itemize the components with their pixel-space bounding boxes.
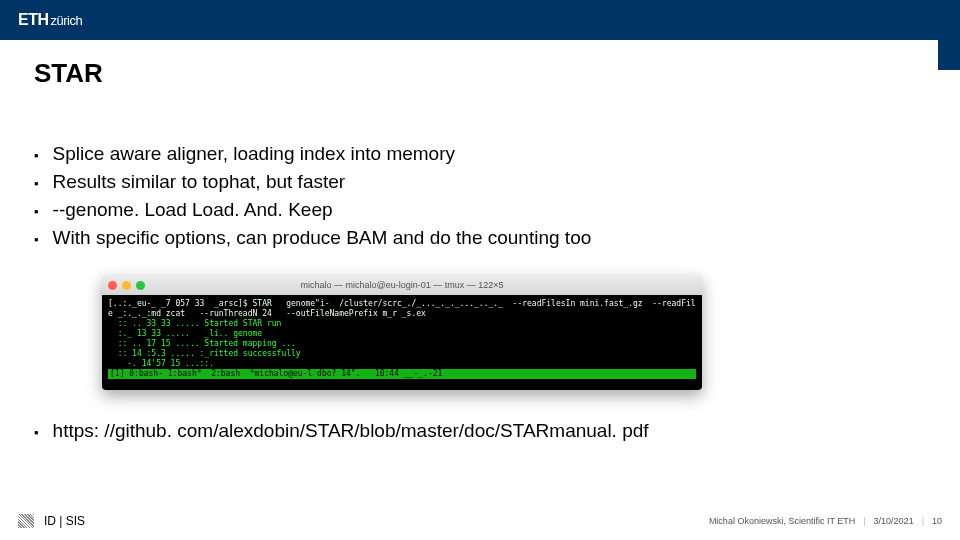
crest-icon [18,514,34,528]
footer-dept: ID | SIS [44,514,85,528]
list-item: ▪Results similar to tophat, but faster [34,171,926,193]
terminal-line: e _:._._:md zcat --runThreadN 24 --outFi… [108,309,426,318]
terminal-body: [..:._eu-_ _7 057 33 _arsc]$ STAR genome… [102,295,702,390]
bullet-icon: ▪ [34,176,39,191]
terminal-line: -. 14'57 15 ...::. [108,359,214,368]
footer-author: Michal Okoniewski, Scientific IT ETH [709,516,855,526]
bullet-text: --genome. Load Load. And. Keep [53,199,333,221]
terminal-line: :: 14 :5.3 ..... :_ritted successfully [108,349,301,358]
terminal-line: :._ 13 33 ..... _li.. genome [108,329,262,338]
eth-logo: ETHzürich [18,11,82,29]
bullet-icon: ▪ [34,204,39,219]
list-item: ▪With specific options, can produce BAM … [34,227,926,249]
terminal-title: michalo — michalo@eu-login-01 — tmux — 1… [102,280,702,290]
link-list: ▪https: //github. com/alexdobin/STAR/blo… [34,420,960,442]
footer: ID | SIS Michal Okoniewski, Scientific I… [0,512,960,530]
bullet-list: ▪Splice aware aligner, loading index int… [34,143,926,249]
header-bar: ETHzürich [0,0,960,40]
terminal-titlebar: michalo — michalo@eu-login-01 — tmux — 1… [102,275,702,295]
bullet-icon: ▪ [34,425,39,442]
terminal-line: :: .. 17 15 ..... Started mapping ... [108,339,296,348]
link-text: https: //github. com/alexdobin/STAR/blob… [53,420,649,442]
bullet-icon: ▪ [34,148,39,163]
page-title: STAR [34,58,960,89]
content: ▪Splice aware aligner, loading index int… [0,89,960,390]
list-item: ▪https: //github. com/alexdobin/STAR/blo… [34,420,960,442]
footer-date: 3/10/2021 [874,516,914,526]
bullet-text: Splice aware aligner, loading index into… [53,143,455,165]
separator: | [863,516,865,526]
separator: | [922,516,924,526]
terminal-line: :: .. 33 33 ..... Started STAR run [108,319,281,328]
eth-logo-sub: zürich [51,13,83,28]
terminal-window: michalo — michalo@eu-login-01 — tmux — 1… [102,275,702,390]
list-item: ▪--genome. Load Load. And. Keep [34,199,926,221]
accent-stub [938,40,960,70]
footer-page: 10 [932,516,942,526]
bullet-text: Results similar to tophat, but faster [53,171,346,193]
bullet-icon: ▪ [34,232,39,247]
terminal-line: [..:._eu-_ _7 057 33 _arsc]$ STAR genome… [108,299,696,308]
terminal-status-bar: [1] 0:bash- 1:bash* 2:bash *michalo@eu-l… [108,369,696,379]
bullet-text: With specific options, can produce BAM a… [53,227,592,249]
eth-logo-main: ETH [18,11,49,28]
list-item: ▪Splice aware aligner, loading index int… [34,143,926,165]
